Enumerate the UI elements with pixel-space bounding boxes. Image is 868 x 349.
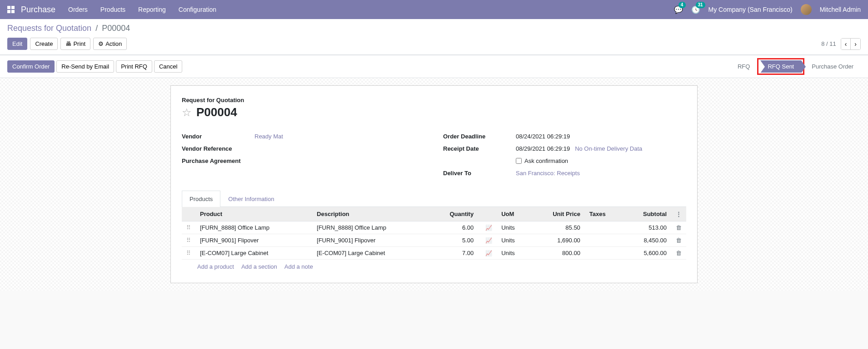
trash-icon[interactable]: 🗑 bbox=[676, 224, 682, 231]
agreement-value bbox=[254, 157, 425, 164]
breadcrumb-sep: / bbox=[95, 24, 98, 33]
top-nav: Purchase Orders Products Reporting Confi… bbox=[0, 0, 868, 19]
gear-icon: ⚙ bbox=[98, 40, 104, 47]
tab-products[interactable]: Products bbox=[182, 191, 220, 207]
print-rfq-button[interactable]: Print RFQ bbox=[116, 60, 152, 73]
drag-handle-icon[interactable]: ⠿ bbox=[182, 247, 195, 260]
action-button[interactable]: ⚙Action bbox=[93, 38, 127, 50]
th-uom: UoM bbox=[497, 207, 530, 221]
th-subtotal: Subtotal bbox=[623, 207, 671, 221]
pager-position[interactable]: 8 / 11 bbox=[821, 40, 836, 47]
activity-badge: 31 bbox=[696, 2, 705, 8]
content-area: Request for Quotation ☆ P00004 Vendor Re… bbox=[0, 78, 868, 290]
control-panel: Requests for Quotation / P00004 Edit Cre… bbox=[0, 19, 868, 55]
cell-product: [FURN_9001] Flipover bbox=[195, 234, 312, 247]
edit-button[interactable]: Edit bbox=[7, 38, 27, 50]
highlight-box: RFQ Sent bbox=[757, 58, 804, 75]
title-label: Request for Quotation bbox=[182, 97, 686, 103]
add-section-link[interactable]: Add a section bbox=[241, 263, 277, 270]
vendor-label: Vendor bbox=[182, 133, 254, 140]
th-unit-price: Unit Price bbox=[530, 207, 585, 221]
delivery-data-link[interactable]: No On-time Delivery Data bbox=[575, 145, 642, 152]
forecast-icon[interactable]: 📈 bbox=[485, 250, 492, 256]
avatar[interactable] bbox=[801, 4, 812, 15]
deliver-to-label: Deliver To bbox=[443, 170, 516, 177]
main-menu: Orders Products Reporting Configuration bbox=[68, 6, 216, 13]
order-lines-table: Product Description Quantity UoM Unit Pr… bbox=[182, 207, 686, 260]
th-taxes: Taxes bbox=[585, 207, 623, 221]
table-row[interactable]: ⠿[FURN_8888] Office Lamp[FURN_8888] Offi… bbox=[182, 221, 686, 234]
deadline-label: Order Deadline bbox=[443, 133, 516, 140]
ask-confirmation-checkbox[interactable] bbox=[516, 158, 522, 164]
messaging-icon[interactable]: 💬 4 bbox=[674, 5, 683, 14]
cell-description: [E-COM07] Large Cabinet bbox=[312, 247, 429, 260]
trash-icon[interactable]: 🗑 bbox=[676, 237, 682, 244]
user-name[interactable]: Mitchell Admin bbox=[820, 6, 861, 13]
cell-uom: Units bbox=[497, 221, 530, 234]
pager-prev[interactable]: ‹ bbox=[841, 39, 851, 49]
cell-taxes bbox=[585, 221, 623, 234]
columns-menu-icon[interactable]: ⋮ bbox=[676, 211, 682, 217]
cell-product: [FURN_8888] Office Lamp bbox=[195, 221, 312, 234]
tabs: Products Other Information bbox=[182, 190, 686, 207]
cell-subtotal: 513.00 bbox=[623, 221, 671, 234]
breadcrumb: Requests for Quotation / P00004 bbox=[7, 24, 130, 33]
vendor-link[interactable]: Ready Mat bbox=[254, 133, 283, 140]
cell-unit-price: 1,690.00 bbox=[530, 234, 585, 247]
forecast-icon[interactable]: 📈 bbox=[485, 237, 492, 244]
cell-quantity: 7.00 bbox=[429, 247, 478, 260]
receipt-value: 08/29/2021 06:29:19 bbox=[516, 145, 570, 152]
company-switcher[interactable]: My Company (San Francisco) bbox=[708, 6, 793, 13]
cell-taxes bbox=[585, 234, 623, 247]
resend-email-button[interactable]: Re-Send by Email bbox=[56, 60, 114, 73]
create-button[interactable]: Create bbox=[30, 38, 58, 50]
star-icon[interactable]: ☆ bbox=[182, 106, 192, 119]
cell-taxes bbox=[585, 247, 623, 260]
pager: 8 / 11 ‹ › bbox=[821, 38, 861, 50]
pager-next[interactable]: › bbox=[851, 39, 860, 49]
th-description: Description bbox=[312, 207, 429, 221]
table-row[interactable]: ⠿[E-COM07] Large Cabinet[E-COM07] Large … bbox=[182, 247, 686, 260]
tab-other-information[interactable]: Other Information bbox=[220, 191, 282, 207]
add-note-link[interactable]: Add a note bbox=[284, 263, 313, 270]
confirm-order-button[interactable]: Confirm Order bbox=[7, 60, 55, 73]
vendor-ref-label: Vendor Reference bbox=[182, 145, 254, 152]
status-purchase-order[interactable]: Purchase Order bbox=[804, 60, 861, 73]
brand-title: Purchase bbox=[21, 5, 55, 15]
add-product-link[interactable]: Add a product bbox=[197, 263, 234, 270]
deliver-to-link[interactable]: San Francisco: Receipts bbox=[516, 170, 580, 177]
trash-icon[interactable]: 🗑 bbox=[676, 250, 682, 256]
receipt-label: Receipt Date bbox=[443, 145, 516, 152]
activity-icon[interactable]: 🕓 31 bbox=[691, 5, 700, 14]
ask-confirmation-label: Ask confirmation bbox=[524, 157, 568, 164]
forecast-icon[interactable]: 📈 bbox=[485, 225, 492, 231]
record-name: P00004 bbox=[196, 105, 237, 119]
cell-uom: Units bbox=[497, 234, 530, 247]
th-quantity: Quantity bbox=[429, 207, 478, 221]
status-rfq-sent[interactable]: RFQ Sent bbox=[760, 60, 801, 73]
menu-configuration[interactable]: Configuration bbox=[179, 6, 216, 13]
cell-subtotal: 8,450.00 bbox=[623, 234, 671, 247]
vendor-ref-value bbox=[254, 145, 425, 152]
cell-product: [E-COM07] Large Cabinet bbox=[195, 247, 312, 260]
deadline-value: 08/24/2021 06:29:19 bbox=[516, 133, 686, 140]
apps-icon[interactable] bbox=[7, 6, 15, 13]
status-rfq[interactable]: RFQ bbox=[730, 60, 757, 73]
th-product: Product bbox=[195, 207, 312, 221]
cancel-button[interactable]: Cancel bbox=[154, 60, 182, 73]
table-row[interactable]: ⠿[FURN_9001] Flipover[FURN_9001] Flipove… bbox=[182, 234, 686, 247]
cell-uom: Units bbox=[497, 247, 530, 260]
menu-products[interactable]: Products bbox=[100, 6, 125, 13]
menu-orders[interactable]: Orders bbox=[68, 6, 88, 13]
print-icon: 🖶 bbox=[65, 40, 71, 47]
drag-handle-icon[interactable]: ⠿ bbox=[182, 221, 195, 234]
cell-quantity: 6.00 bbox=[429, 221, 478, 234]
drag-handle-icon[interactable]: ⠿ bbox=[182, 234, 195, 247]
cell-unit-price: 800.00 bbox=[530, 247, 585, 260]
cell-quantity: 5.00 bbox=[429, 234, 478, 247]
menu-reporting[interactable]: Reporting bbox=[138, 6, 166, 13]
cell-unit-price: 85.50 bbox=[530, 221, 585, 234]
print-button[interactable]: 🖶Print bbox=[60, 38, 90, 50]
statusbar: Confirm Order Re-Send by Email Print RFQ… bbox=[0, 55, 868, 78]
breadcrumb-parent[interactable]: Requests for Quotation bbox=[7, 24, 91, 33]
